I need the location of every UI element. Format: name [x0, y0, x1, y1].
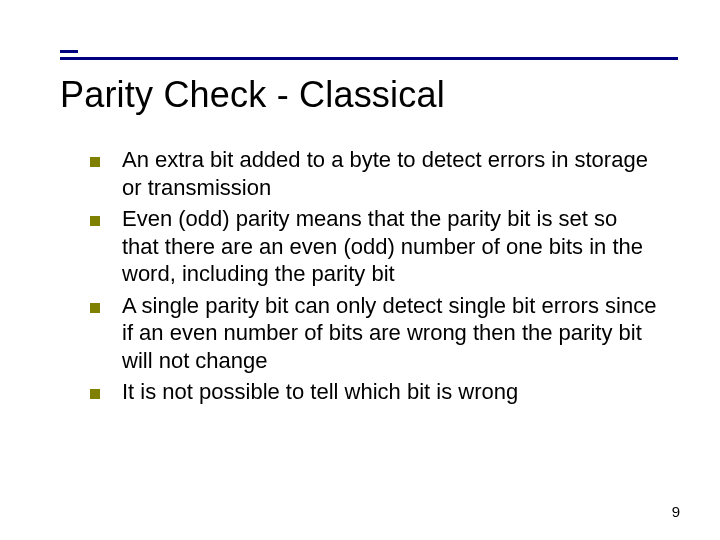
- rule-long: [60, 57, 678, 60]
- square-bullet-icon: [90, 389, 100, 399]
- page-number: 9: [672, 503, 680, 520]
- rule-short: [60, 50, 78, 53]
- slide: Parity Check - Classical An extra bit ad…: [0, 0, 720, 540]
- bullet-list: An extra bit added to a byte to detect e…: [90, 146, 660, 406]
- square-bullet-icon: [90, 216, 100, 226]
- square-bullet-icon: [90, 303, 100, 313]
- bullet-text: Even (odd) parity means that the parity …: [122, 205, 660, 288]
- list-item: Even (odd) parity means that the parity …: [90, 205, 660, 288]
- square-bullet-icon: [90, 157, 100, 167]
- bullet-text: It is not possible to tell which bit is …: [122, 378, 518, 406]
- list-item: It is not possible to tell which bit is …: [90, 378, 660, 406]
- slide-title: Parity Check - Classical: [60, 74, 680, 116]
- title-rule: [35, 50, 680, 60]
- list-item: A single parity bit can only detect sing…: [90, 292, 660, 375]
- bullet-text: An extra bit added to a byte to detect e…: [122, 146, 660, 201]
- bullet-text: A single parity bit can only detect sing…: [122, 292, 660, 375]
- list-item: An extra bit added to a byte to detect e…: [90, 146, 660, 201]
